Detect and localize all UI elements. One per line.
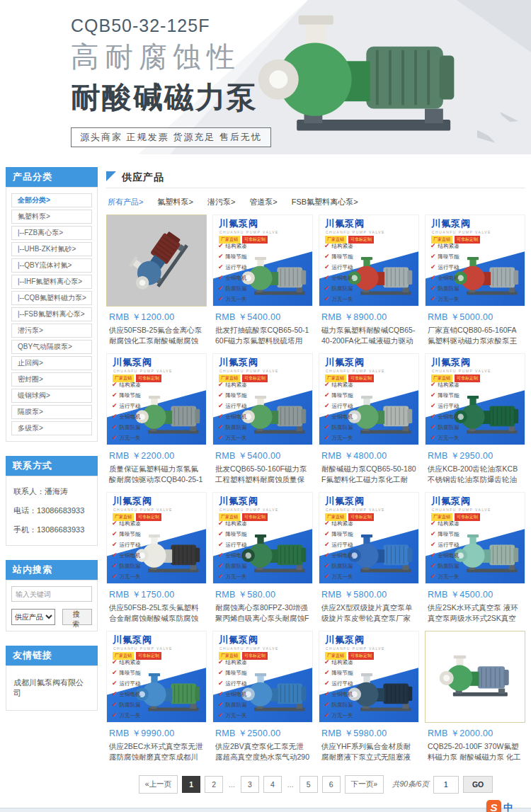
category-item[interactable]: 多级泵> bbox=[11, 421, 92, 435]
category-item[interactable]: 潜污泵> bbox=[11, 324, 92, 338]
category-item[interactable]: QBY气动隔膜泵> bbox=[11, 340, 92, 354]
product-image[interactable] bbox=[106, 215, 207, 307]
product-card[interactable]: 川氟泵阀 CHUANFU PUMP VALVE 厂家直销 可非标定制 ✔结构紧凑… bbox=[319, 353, 419, 486]
product-title[interactable]: 供应YHF系列氟合金材质耐腐耐磨液下泵立式无阻塞液 bbox=[319, 741, 419, 764]
pagination-nav-button[interactable]: 下一页» bbox=[345, 775, 384, 794]
check-icon: ✔ bbox=[112, 689, 118, 699]
category-item[interactable]: 隔膜泵> bbox=[11, 405, 92, 419]
category-item[interactable]: |--IHF氟塑料离心泵> bbox=[11, 275, 92, 289]
feature-item: ✔结构紧凑 bbox=[324, 379, 353, 390]
pagination-page-button[interactable]: 6 bbox=[322, 776, 341, 793]
product-image[interactable]: 川氟泵阀 CHUANFU PUMP VALVE 厂家直销 可非标定制 ✔结构紧凑… bbox=[212, 631, 313, 723]
search-panel-title: 站内搜索 bbox=[6, 560, 98, 580]
product-card[interactable]: 川氟泵阀 CHUANFU PUMP VALVE 厂家直销 可非标定制 ✔结构紧凑… bbox=[106, 353, 207, 486]
product-card[interactable]: 川氟泵阀 CHUANFU PUMP VALVE 厂家直销 可非标定制 ✔结构紧凑… bbox=[425, 353, 525, 486]
product-card[interactable]: 川氟泵阀 CHUANFU PUMP VALVE 厂家直销 可非标定制 ✔结构紧凑… bbox=[425, 215, 525, 348]
category-item[interactable]: 全部分类> bbox=[11, 193, 92, 207]
pagination-goto-input[interactable] bbox=[433, 776, 459, 794]
product-card[interactable]: 川氟泵阀 CHUANFU PUMP VALVE 厂家直销 可非标定制 ✔结构紧凑… bbox=[319, 215, 419, 348]
product-title[interactable]: 供应2SK水环式真空泵 液环真空泵两级水环式2SK真空泵 bbox=[425, 602, 525, 625]
feature-item: ✔防腐防漏 bbox=[430, 422, 459, 433]
feature-item: ✔防腐防漏 bbox=[430, 283, 459, 294]
product-image[interactable]: 川氟泵阀 CHUANFU PUMP VALVE 厂家直销 可非标定制 ✔结构紧凑… bbox=[425, 492, 525, 584]
product-image[interactable]: 川氟泵阀 CHUANFU PUMP VALVE 厂家直销 可非标定制 ✔结构紧凑… bbox=[212, 353, 313, 445]
category-item[interactable]: |--UHB-ZK衬氟砂> bbox=[11, 242, 92, 256]
product-title[interactable]: 耐酸碱磁力泵CQB65-50-180F氟塑料化工磁力泵化工耐 bbox=[319, 464, 419, 486]
check-icon: ✔ bbox=[218, 262, 224, 273]
product-title[interactable]: 供应2X型双级旋片真空泵单级旋片泵皮带轮真空泵厂家 bbox=[319, 602, 419, 625]
category-item[interactable]: |--FSB氟塑料离心泵> bbox=[11, 307, 92, 321]
search-type-select[interactable]: 供应产品 bbox=[11, 609, 55, 625]
pagination-go-button[interactable]: GO bbox=[463, 776, 493, 793]
product-title[interactable]: 供应2BV真空泵化工泵无泄露超高真空度热水泵气动290 bbox=[212, 741, 313, 764]
brand-logo-text: 川氟泵阀 bbox=[319, 215, 418, 230]
filter-tab[interactable]: FSB氟塑料离心泵> bbox=[292, 197, 358, 207]
category-item[interactable]: 锻钢球阀> bbox=[11, 389, 92, 403]
product-image[interactable]: 川氟泵阀 CHUANFU PUMP VALVE 厂家直销 可非标定制 ✔结构紧凑… bbox=[106, 631, 207, 723]
pagination-page-button[interactable]: 5 bbox=[299, 776, 318, 793]
product-image[interactable]: 川氟泵阀 CHUANFU PUMP VALVE 厂家直销 可非标定制 ✔结构紧凑… bbox=[425, 353, 525, 445]
product-card[interactable]: 川氟泵阀 CHUANFU PUMP VALVE 厂家直销 可非标定制 ✔结构紧凑… bbox=[425, 492, 525, 625]
product-image[interactable]: 川氟泵阀 CHUANFU PUMP VALVE 厂家直销 可非标定制 ✔结构紧凑… bbox=[106, 492, 207, 584]
brand-logo-text: 川氟泵阀 bbox=[213, 493, 312, 508]
category-list: 全部分类>氟塑料泵>|--FZB离心泵>|--UHB-ZK衬氟砂>|--QBY流… bbox=[6, 187, 98, 442]
product-image[interactable]: 川氟泵阀 CHUANFU PUMP VALVE 厂家直销 可非标定制 ✔结构紧凑… bbox=[319, 492, 419, 584]
product-title[interactable]: 批发CQB65-50-160F磁力泵工程塑料塑料耐腐蚀质量保 bbox=[212, 464, 313, 486]
pagination-page-button[interactable]: 1 bbox=[182, 776, 200, 793]
product-image[interactable]: 川氟泵阀 CHUANFU PUMP VALVE 厂家直销 可非标定制 ✔结构紧凑… bbox=[212, 492, 313, 584]
product-title[interactable]: 磁力泵氟塑料耐酸碱CQB65-40-200FA化工碱液磁力驱动 bbox=[319, 325, 419, 348]
pagination-page-button[interactable]: 4 bbox=[263, 776, 282, 793]
search-button[interactable]: 搜 索 bbox=[62, 609, 92, 625]
product-image[interactable] bbox=[425, 631, 525, 723]
filter-tab[interactable]: 管道泵> bbox=[249, 197, 277, 207]
product-title[interactable]: 供应50FSB-25氟合金离心泵耐腐蚀化工泵耐酸碱耐腐蚀 bbox=[106, 325, 207, 348]
check-icon: ✔ bbox=[324, 539, 330, 550]
category-item[interactable]: 氟塑料泵> bbox=[11, 210, 92, 224]
product-title[interactable]: CQB25-20-100F 370W氟塑料磁力泵 耐酸碱磁力泵 化工 bbox=[425, 741, 525, 764]
product-card[interactable]: 川氟泵阀 CHUANFU PUMP VALVE 厂家直销 可非标定制 ✔结构紧凑… bbox=[319, 631, 419, 764]
product-image[interactable]: 川氟泵阀 CHUANFU PUMP VALVE 厂家直销 可非标定制 ✔结构紧凑… bbox=[319, 353, 419, 445]
product-title[interactable]: 供应50FSB-25L泵头氟塑料合金耐腐蚀耐酸碱泵防腐蚀 bbox=[106, 602, 207, 625]
product-card[interactable]: RMB ￥1200.00 供应50FSB-25氟合金离心泵耐腐蚀化工泵耐酸碱耐腐… bbox=[106, 215, 207, 348]
check-icon: ✔ bbox=[430, 433, 436, 443]
product-image[interactable]: 川氟泵阀 CHUANFU PUMP VALVE 厂家直销 可非标定制 ✔结构紧凑… bbox=[425, 215, 525, 307]
product-card[interactable]: 川氟泵阀 CHUANFU PUMP VALVE 厂家直销 可非标定制 ✔结构紧凑… bbox=[106, 631, 207, 764]
product-image[interactable]: 川氟泵阀 CHUANFU PUMP VALVE 厂家直销 可非标定制 ✔结构紧凑… bbox=[212, 215, 313, 307]
pump-illustration bbox=[451, 532, 523, 576]
feature-item: ✔运行平稳 bbox=[218, 401, 247, 411]
check-icon: ✔ bbox=[218, 422, 224, 433]
product-card[interactable]: 川氟泵阀 CHUANFU PUMP VALVE 厂家直销 可非标定制 ✔结构紧凑… bbox=[212, 353, 313, 486]
product-card[interactable]: 川氟泵阀 CHUANFU PUMP VALVE 厂家直销 可非标定制 ✔结构紧凑… bbox=[212, 492, 313, 625]
friend-link[interactable]: 成都川氟泵阀有限公司 bbox=[11, 672, 92, 704]
category-item[interactable]: |--CQB氟塑料磁力泵> bbox=[11, 291, 92, 305]
category-item[interactable]: 密封圈> bbox=[11, 372, 92, 387]
product-image[interactable]: 川氟泵阀 CHUANFU PUMP VALVE 厂家直销 可非标定制 ✔结构紧凑… bbox=[319, 215, 419, 307]
product-title[interactable]: 批发打抽硫酸泵CQB65-50-160F磁力泵氟塑料脱硫塔用 bbox=[212, 325, 313, 348]
product-image[interactable]: 川氟泵阀 CHUANFU PUMP VALVE 厂家直销 可非标定制 ✔结构紧凑… bbox=[106, 353, 207, 445]
filter-tab[interactable]: 所有产品> bbox=[108, 197, 143, 207]
search-input[interactable] bbox=[11, 586, 92, 602]
product-title[interactable]: 供应2BEC水环式真空泵无泄露防腐蚀耐磨真空泵成都川 bbox=[106, 741, 207, 764]
product-card[interactable]: 川氟泵阀 CHUANFU PUMP VALVE 厂家直销 可非标定制 ✔结构紧凑… bbox=[212, 215, 313, 348]
pagination-page-button[interactable]: 2 bbox=[205, 776, 223, 793]
product-image[interactable]: 川氟泵阀 CHUANFU PUMP VALVE 厂家直销 可非标定制 ✔结构紧凑… bbox=[319, 631, 419, 723]
feature-item: ✔全铜电机 bbox=[324, 689, 353, 699]
product-title[interactable]: 厂家直销CQB80-65-160FA氟塑料驱动磁力泵浓酸泵王 bbox=[425, 325, 525, 348]
product-card[interactable]: RMB ￥2000.00 CQB25-20-100F 370W氟塑料磁力泵 耐酸… bbox=[425, 631, 525, 764]
pagination-page-button[interactable]: 3 bbox=[241, 776, 259, 793]
filter-tab[interactable]: 氟塑料泵> bbox=[157, 197, 193, 207]
category-item[interactable]: |--FZB离心泵> bbox=[11, 226, 92, 240]
check-icon: ✔ bbox=[112, 668, 118, 678]
product-card[interactable]: 川氟泵阀 CHUANFU PUMP VALVE 厂家直销 可非标定制 ✔结构紧凑… bbox=[106, 492, 207, 625]
product-title[interactable]: 供应KCB-200齿轮油泵KCB不锈钢齿轮油泵防爆齿轮油 bbox=[425, 464, 525, 486]
category-item[interactable]: |--QBY流体衬氟> bbox=[11, 258, 92, 273]
feature-item: ✔万无一失 bbox=[112, 433, 141, 443]
pagination-nav-button[interactable]: «上一页 bbox=[139, 775, 178, 794]
product-title[interactable]: 质量保证氟塑料磁力泵氢氟酸耐腐蚀驱动泵CQB40-25-12 bbox=[106, 464, 207, 486]
product-card[interactable]: 川氟泵阀 CHUANFU PUMP VALVE 厂家直销 可非标定制 ✔结构紧凑… bbox=[319, 492, 419, 625]
product-title[interactable]: 耐腐蚀离心泵80FPZ-30增强聚丙烯自吸离心泵头耐腐蚀F bbox=[212, 602, 313, 625]
brand-logo-text: 川氟泵阀 bbox=[107, 493, 206, 508]
filter-tab[interactable]: 潜污泵> bbox=[207, 197, 235, 207]
category-item[interactable]: 止回阀> bbox=[11, 356, 92, 370]
product-card[interactable]: 川氟泵阀 CHUANFU PUMP VALVE 厂家直销 可非标定制 ✔结构紧凑… bbox=[212, 631, 313, 764]
